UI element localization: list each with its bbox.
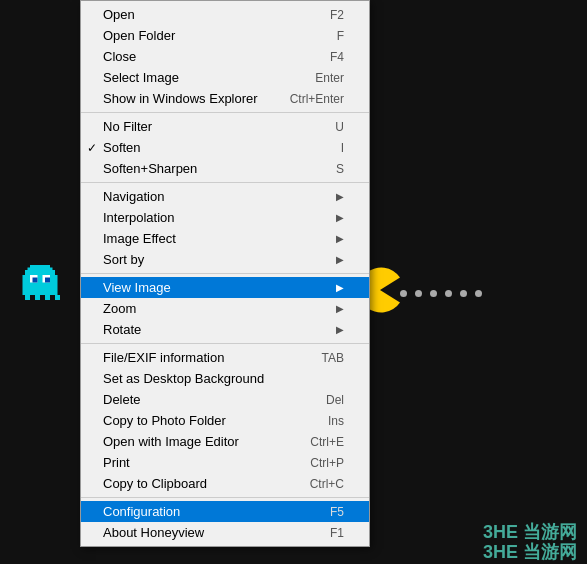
- dot-5: [460, 290, 467, 297]
- menu-item-file-exif[interactable]: File/EXIF informationTAB: [81, 347, 369, 368]
- menu-item-no-filter[interactable]: No FilterU: [81, 116, 369, 137]
- dot-1: [400, 290, 407, 297]
- menu-item-label: Interpolation: [103, 210, 336, 225]
- submenu-arrow-icon: ▶: [336, 254, 344, 265]
- menu-item-shortcut: Ctrl+E: [310, 435, 344, 449]
- menu-separator: [81, 497, 369, 498]
- menu-item-shortcut: F1: [330, 526, 344, 540]
- menu-item-label: Sort by: [103, 252, 336, 267]
- menu-separator: [81, 112, 369, 113]
- menu-item-open[interactable]: OpenF2: [81, 4, 369, 25]
- menu-item-set-desktop[interactable]: Set as Desktop Background: [81, 368, 369, 389]
- watermark-bottom: 3HE 当游网: [483, 540, 577, 564]
- menu-item-zoom[interactable]: Zoom▶: [81, 298, 369, 319]
- svg-rect-8: [33, 278, 38, 283]
- menu-item-configuration[interactable]: ConfigurationF5: [81, 501, 369, 522]
- svg-rect-9: [45, 278, 50, 283]
- menu-item-interpolation[interactable]: Interpolation▶: [81, 207, 369, 228]
- menu-item-shortcut: Del: [326, 393, 344, 407]
- menu-item-shortcut: Enter: [315, 71, 344, 85]
- menu-item-label: Close: [103, 49, 310, 64]
- menu-item-label: Open Folder: [103, 28, 317, 43]
- menu-item-label: Select Image: [103, 70, 295, 85]
- submenu-arrow-icon: ▶: [336, 282, 344, 293]
- menu-item-soften[interactable]: ✓SoftenI: [81, 137, 369, 158]
- menu-item-navigation[interactable]: Navigation▶: [81, 186, 369, 207]
- menu-item-copy-photo[interactable]: Copy to Photo FolderIns: [81, 410, 369, 431]
- svg-rect-10: [25, 295, 30, 300]
- svg-rect-11: [35, 295, 40, 300]
- menu-item-label: Set as Desktop Background: [103, 371, 344, 386]
- svg-rect-3: [30, 265, 50, 270]
- menu-item-label: Open with Image Editor: [103, 434, 290, 449]
- menu-item-shortcut: F4: [330, 50, 344, 64]
- menu-item-open-editor[interactable]: Open with Image EditorCtrl+E: [81, 431, 369, 452]
- menu-item-about[interactable]: About HoneyviewF1: [81, 522, 369, 543]
- menu-item-shortcut: S: [336, 162, 344, 176]
- dot-6: [475, 290, 482, 297]
- menu-item-label: Print: [103, 455, 290, 470]
- dots-row: [400, 290, 482, 297]
- menu-separator: [81, 182, 369, 183]
- svg-rect-12: [45, 295, 50, 300]
- svg-rect-1: [23, 275, 26, 295]
- menu-item-label: Rotate: [103, 322, 336, 337]
- menu-item-shortcut: F: [337, 29, 344, 43]
- menu-item-rotate[interactable]: Rotate▶: [81, 319, 369, 340]
- menu-separator: [81, 273, 369, 274]
- menu-item-label: About Honeyview: [103, 525, 310, 540]
- submenu-arrow-icon: ▶: [336, 324, 344, 335]
- svg-rect-5: [50, 268, 53, 271]
- checkmark-icon: ✓: [87, 141, 97, 155]
- submenu-arrow-icon: ▶: [336, 233, 344, 244]
- menu-item-label: Navigation: [103, 189, 336, 204]
- menu-item-shortcut: Ins: [328, 414, 344, 428]
- menu-item-label: Show in Windows Explorer: [103, 91, 270, 106]
- dot-4: [445, 290, 452, 297]
- submenu-arrow-icon: ▶: [336, 191, 344, 202]
- svg-rect-13: [55, 295, 60, 300]
- menu-item-label: Open: [103, 7, 310, 22]
- menu-item-shortcut: U: [335, 120, 344, 134]
- context-menu: OpenF2Open FolderFCloseF4Select ImageEnt…: [80, 0, 370, 547]
- menu-item-label: View Image: [103, 280, 336, 295]
- menu-item-label: No Filter: [103, 119, 315, 134]
- svg-rect-2: [55, 275, 58, 295]
- menu-item-shortcut: F5: [330, 505, 344, 519]
- menu-item-show-explorer[interactable]: Show in Windows ExplorerCtrl+Enter: [81, 88, 369, 109]
- menu-item-shortcut: Ctrl+Enter: [290, 92, 344, 106]
- menu-item-sort-by[interactable]: Sort by▶: [81, 249, 369, 270]
- ghost-sprite: [20, 260, 60, 300]
- menu-item-label: Delete: [103, 392, 306, 407]
- menu-item-label: Copy to Photo Folder: [103, 413, 308, 428]
- menu-item-print[interactable]: PrintCtrl+P: [81, 452, 369, 473]
- menu-item-label: Zoom: [103, 301, 336, 316]
- menu-item-close[interactable]: CloseF4: [81, 46, 369, 67]
- menu-item-label: Soften: [103, 140, 321, 155]
- menu-item-label: File/EXIF information: [103, 350, 302, 365]
- menu-item-label: Copy to Clipboard: [103, 476, 290, 491]
- menu-item-copy-clipboard[interactable]: Copy to ClipboardCtrl+C: [81, 473, 369, 494]
- menu-item-select-image[interactable]: Select ImageEnter: [81, 67, 369, 88]
- submenu-arrow-icon: ▶: [336, 303, 344, 314]
- dot-2: [415, 290, 422, 297]
- menu-item-label: Configuration: [103, 504, 310, 519]
- menu-item-view-image[interactable]: View Image▶: [81, 277, 369, 298]
- dot-3: [430, 290, 437, 297]
- menu-item-open-folder[interactable]: Open FolderF: [81, 25, 369, 46]
- menu-item-shortcut: F2: [330, 8, 344, 22]
- menu-item-soften-sharpen[interactable]: Soften+SharpenS: [81, 158, 369, 179]
- menu-item-delete[interactable]: DeleteDel: [81, 389, 369, 410]
- menu-separator: [81, 343, 369, 344]
- menu-item-shortcut: Ctrl+P: [310, 456, 344, 470]
- submenu-arrow-icon: ▶: [336, 212, 344, 223]
- menu-item-label: Image Effect: [103, 231, 336, 246]
- menu-item-label: Soften+Sharpen: [103, 161, 316, 176]
- svg-rect-4: [28, 268, 31, 271]
- svg-rect-0: [25, 270, 55, 295]
- menu-item-shortcut: I: [341, 141, 344, 155]
- menu-item-shortcut: TAB: [322, 351, 344, 365]
- menu-item-image-effect[interactable]: Image Effect▶: [81, 228, 369, 249]
- menu-item-shortcut: Ctrl+C: [310, 477, 344, 491]
